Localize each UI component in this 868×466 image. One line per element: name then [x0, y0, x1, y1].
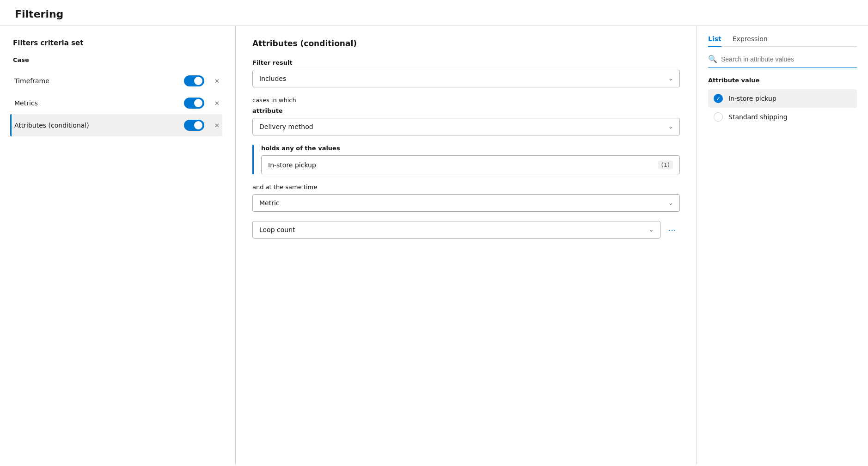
search-row: 🔍 — [708, 55, 857, 67]
holds-count: (1) — [658, 160, 673, 169]
chevron-down-icon-metric: ⌄ — [668, 200, 673, 206]
attr-value-row-instore[interactable]: ✓ In-store pickup — [708, 89, 857, 108]
filter-label-metrics: Metrics — [14, 99, 184, 107]
tab-list[interactable]: List — [708, 35, 721, 47]
toggle-metrics[interactable] — [184, 98, 204, 109]
toggle-timeframe[interactable] — [184, 75, 204, 86]
filter-row-timeframe[interactable]: Timeframe ✕ — [10, 70, 222, 92]
close-icon-timeframe[interactable]: ✕ — [212, 76, 222, 86]
attr-check-empty-standard — [714, 112, 723, 122]
left-panel-title: Filters criteria set — [13, 39, 222, 47]
toggle-attributes-conditional[interactable] — [184, 120, 204, 131]
filter-result-value: Includes — [259, 75, 286, 82]
left-panel: Filters criteria set Case Timeframe ✕ Me… — [0, 26, 236, 464]
search-input[interactable] — [721, 55, 857, 63]
attribute-value-header: Attribute value — [708, 77, 857, 84]
chevron-down-icon-loop: ⌄ — [649, 227, 654, 233]
center-panel: Attributes (conditional) Filter result I… — [236, 26, 697, 464]
page-title: Filtering — [0, 0, 868, 26]
tab-expression[interactable]: Expression — [733, 35, 768, 47]
filter-result-label: Filter result — [252, 59, 680, 66]
holds-value: In-store pickup — [268, 161, 316, 169]
close-icon-metrics[interactable]: ✕ — [212, 98, 222, 109]
blue-bar-section: holds any of the values In-store pickup … — [252, 145, 680, 174]
filter-label-attributes-conditional: Attributes (conditional) — [14, 122, 184, 129]
attribute-label: attribute — [252, 107, 680, 114]
right-panel: List Expression 🔍 Attribute value ✓ In-s… — [697, 26, 868, 464]
cases-in-which-label: cases in which — [252, 97, 680, 104]
loop-count-select[interactable]: Loop count ⌄ — [252, 221, 660, 239]
more-options-button[interactable]: ⋯ — [665, 221, 680, 239]
loop-count-value: Loop count — [259, 226, 295, 233]
search-icon: 🔍 — [708, 55, 717, 63]
filter-row-metrics[interactable]: Metrics ✕ — [10, 92, 222, 114]
chevron-down-icon: ⌄ — [668, 75, 673, 82]
attr-value-label-instore: In-store pickup — [728, 95, 776, 102]
center-panel-title: Attributes (conditional) — [252, 39, 680, 48]
attr-value-row-standard[interactable]: Standard shipping — [708, 108, 857, 126]
holds-label: holds any of the values — [261, 145, 680, 152]
tabs-row: List Expression — [708, 35, 857, 47]
attr-check-instore: ✓ — [714, 94, 723, 103]
metric-select[interactable]: Metric ⌄ — [252, 194, 680, 212]
loop-count-row: Loop count ⌄ ⋯ — [252, 221, 680, 239]
metric-value: Metric — [259, 199, 280, 207]
attr-value-label-standard: Standard shipping — [728, 113, 788, 121]
case-section-label: Case — [13, 56, 222, 63]
chevron-down-icon-attribute: ⌄ — [668, 123, 673, 130]
and-at-label: and at the same time — [252, 184, 680, 190]
filter-label-timeframe: Timeframe — [14, 77, 184, 85]
checkmark-icon: ✓ — [716, 96, 720, 102]
filter-result-select[interactable]: Includes ⌄ — [252, 70, 680, 87]
attribute-value: Delivery method — [259, 123, 313, 130]
holds-values-box[interactable]: In-store pickup (1) — [261, 155, 680, 174]
close-icon-attributes-conditional[interactable]: ✕ — [212, 120, 222, 131]
attribute-select[interactable]: Delivery method ⌄ — [252, 118, 680, 135]
filter-row-attributes-conditional[interactable]: Attributes (conditional) ✕ — [10, 114, 222, 136]
